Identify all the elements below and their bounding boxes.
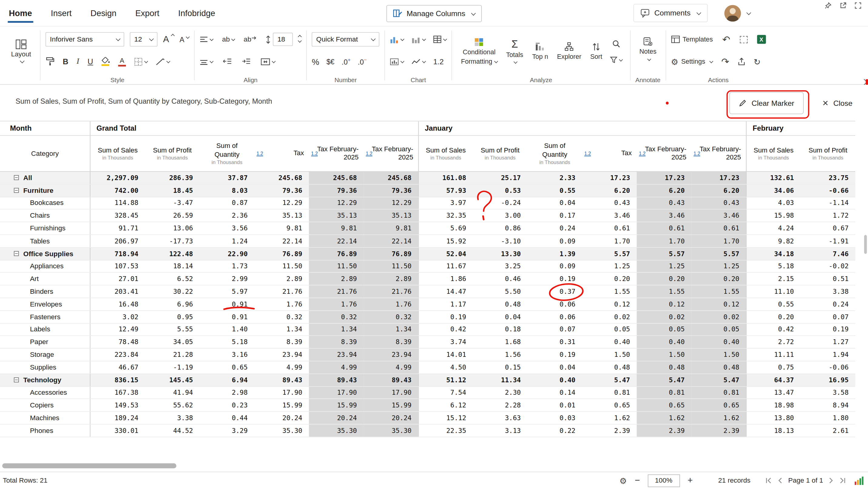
cell[interactable]: 35.30 bbox=[364, 424, 418, 436]
cell[interactable]: 0.40 bbox=[691, 336, 746, 348]
cell[interactable]: 0.09 bbox=[528, 235, 582, 247]
cell[interactable]: 22.90 bbox=[199, 248, 254, 260]
cell[interactable]: 0.42 bbox=[418, 323, 473, 336]
cell[interactable]: 12.29 bbox=[254, 197, 309, 209]
explorer-button[interactable]: Explorer bbox=[553, 31, 585, 73]
row-label-phones[interactable]: Phones bbox=[0, 424, 90, 436]
tab-design[interactable]: Design bbox=[90, 3, 118, 23]
expand-icon[interactable] bbox=[855, 2, 861, 9]
cell[interactable]: 15.99 bbox=[364, 399, 418, 412]
cell[interactable]: -0.06 bbox=[801, 361, 855, 373]
column-header[interactable]: Sum of Salesin Thousands bbox=[418, 136, 473, 171]
comments-button[interactable]: Comments bbox=[633, 4, 708, 22]
cell[interactable]: 1.62 bbox=[637, 412, 691, 424]
cell[interactable]: 0.15 bbox=[473, 361, 527, 373]
cell[interactable]: 0.24 bbox=[801, 298, 855, 310]
cell[interactable]: 79.36 bbox=[254, 184, 309, 196]
cell[interactable]: 0.02 bbox=[691, 311, 746, 323]
filter-button[interactable] bbox=[610, 56, 622, 63]
bold-button[interactable]: B bbox=[63, 57, 68, 66]
cell[interactable]: 2.33 bbox=[528, 172, 582, 184]
cell[interactable]: 5.47 bbox=[637, 374, 691, 386]
zoom-out-button[interactable]: − bbox=[635, 476, 640, 485]
cell[interactable]: 15.99 bbox=[309, 399, 364, 412]
cell[interactable]: 0.20 bbox=[582, 273, 637, 285]
cell[interactable]: 5.69 bbox=[418, 222, 473, 234]
cell[interactable]: 0.65 bbox=[691, 399, 746, 412]
cell[interactable]: 2,297.09 bbox=[90, 172, 145, 184]
cell[interactable]: 7.46 bbox=[801, 248, 855, 260]
cell[interactable]: 0.91 bbox=[199, 311, 254, 323]
cell[interactable]: 1.50 bbox=[637, 349, 691, 361]
cell[interactable]: 3.25 bbox=[473, 260, 527, 272]
cell[interactable]: 6.94 bbox=[199, 374, 254, 386]
column-header[interactable]: Sum of Salesin Thousands bbox=[90, 136, 145, 171]
cell[interactable]: 2.28 bbox=[473, 399, 527, 412]
diagonal-line-button[interactable] bbox=[156, 58, 170, 65]
cell[interactable]: 0.07 bbox=[528, 323, 582, 336]
cell[interactable]: 0.01 bbox=[528, 399, 582, 412]
cell[interactable]: -0.66 bbox=[801, 184, 855, 196]
column-header[interactable]: Sum of Profitin Thousands bbox=[801, 136, 855, 171]
cell[interactable]: 3.46 bbox=[691, 210, 746, 222]
percent-format-button[interactable]: % bbox=[312, 57, 319, 66]
redo-button[interactable]: ↷ bbox=[721, 57, 729, 66]
cell[interactable]: 2.89 bbox=[254, 273, 309, 285]
cell[interactable]: -1.19 bbox=[145, 361, 199, 373]
cell[interactable]: 0.40 bbox=[582, 336, 637, 348]
focus-frame-icon[interactable] bbox=[740, 36, 748, 43]
cell[interactable]: 1.94 bbox=[801, 349, 855, 361]
cell[interactable]: 836.15 bbox=[90, 374, 145, 386]
indent-increase-icon[interactable] bbox=[242, 58, 251, 65]
cell[interactable]: 5.47 bbox=[691, 374, 746, 386]
cell[interactable]: 15.92 bbox=[418, 235, 473, 247]
cell[interactable]: 20.24 bbox=[309, 412, 364, 424]
manage-columns-button[interactable]: Manage Columns bbox=[386, 5, 482, 22]
cell[interactable]: 4.24 bbox=[746, 222, 801, 234]
cell[interactable]: 0.12 bbox=[691, 298, 746, 310]
row-label-copiers[interactable]: Copiers bbox=[0, 399, 90, 412]
cell[interactable]: 0.19 bbox=[528, 273, 582, 285]
collapse-icon[interactable] bbox=[14, 175, 19, 180]
overflow-text-button[interactable]: ab bbox=[244, 35, 257, 43]
cell[interactable]: 16.48 bbox=[90, 298, 145, 310]
cell[interactable]: -0.24 bbox=[473, 197, 527, 209]
horizontal-scrollbar[interactable] bbox=[2, 463, 176, 468]
cell[interactable]: 3.74 bbox=[418, 336, 473, 348]
row-label-art[interactable]: Art bbox=[0, 273, 90, 285]
cell[interactable]: 2.99 bbox=[199, 273, 254, 285]
cell[interactable]: 11.11 bbox=[746, 349, 801, 361]
cell[interactable]: 79.36 bbox=[364, 184, 418, 196]
cell[interactable]: 17.90 bbox=[254, 387, 309, 399]
share-icon[interactable] bbox=[738, 58, 745, 65]
row-label-furnishings[interactable]: Furnishings bbox=[0, 222, 90, 234]
cell[interactable]: 0.04 bbox=[528, 197, 582, 209]
cell[interactable]: 46.67 bbox=[90, 361, 145, 373]
cell[interactable]: 0.05 bbox=[582, 323, 637, 336]
row-height-control[interactable]: 18 bbox=[266, 33, 301, 46]
cell[interactable]: 11.10 bbox=[746, 286, 801, 298]
cell[interactable]: 1.62 bbox=[691, 412, 746, 424]
cell[interactable]: 3.29 bbox=[199, 424, 254, 436]
cell[interactable]: 30.22 bbox=[145, 286, 199, 298]
column-header[interactable]: Sum of Quantityin Thousands bbox=[199, 136, 254, 171]
cell[interactable]: 13.47 bbox=[746, 387, 801, 399]
cell[interactable]: 2.89 bbox=[364, 273, 418, 285]
cell[interactable]: 0.02 bbox=[582, 311, 637, 323]
cell[interactable]: 1.73 bbox=[199, 260, 254, 272]
cell[interactable]: 0.61 bbox=[637, 222, 691, 234]
increase-decimal-button[interactable]: .0+ bbox=[342, 57, 350, 66]
column-header[interactable]: 1.2Tax bbox=[582, 136, 637, 171]
cell[interactable]: 0.61 bbox=[582, 222, 637, 234]
cell[interactable]: 1.55 bbox=[637, 286, 691, 298]
row-label-envelopes[interactable]: Envelopes bbox=[0, 298, 90, 310]
cell[interactable]: 16.95 bbox=[801, 374, 855, 386]
table-view-button[interactable] bbox=[433, 35, 446, 43]
cell[interactable]: -3.10 bbox=[473, 235, 527, 247]
cell[interactable]: 23.94 bbox=[254, 349, 309, 361]
collapse-icon[interactable] bbox=[14, 378, 19, 382]
cell[interactable]: 11.34 bbox=[473, 374, 527, 386]
cell[interactable]: 6.96 bbox=[145, 298, 199, 310]
cell[interactable]: 3.38 bbox=[801, 286, 855, 298]
cell[interactable]: 11.50 bbox=[364, 260, 418, 272]
